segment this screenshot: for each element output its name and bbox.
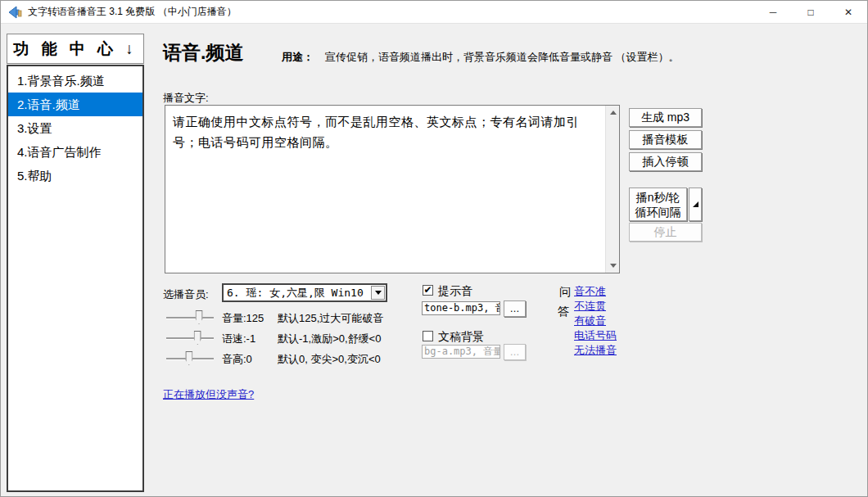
doc-bg-browse-button[interactable]: …	[504, 344, 526, 360]
insert-pause-button[interactable]: 插入停顿	[629, 152, 702, 171]
sidebar-item-voice-channel[interactable]: 2.语音.频道	[8, 93, 142, 116]
sidebar-item-voice-ad-making[interactable]: 4.语音广告制作	[8, 140, 142, 164]
tone-checkbox-label: 提示音	[438, 284, 472, 299]
maximize-button[interactable]: □	[792, 1, 830, 23]
volume-value-label: 音量:125	[222, 311, 264, 326]
pitch-slider[interactable]	[166, 358, 214, 359]
pitch-slider-thumb[interactable]	[185, 351, 192, 365]
volume-slider-thumb[interactable]	[196, 310, 203, 324]
question-label: 问	[559, 285, 571, 300]
sidebar-header-function-center[interactable]: 功 能 中 心 ↓	[7, 34, 144, 64]
speed-value-label: 语速:-1	[222, 332, 255, 346]
usage-note: 用途：宣传促销，语音频道播出时，背景音乐频道会降低音量或静音 （设置栏）。	[282, 50, 680, 65]
broadcast-text-editor: 请正确使用中文标点符号，而不是乱用空格、英文标点；专有名词请加引号；电话号码可用…	[165, 105, 620, 273]
stop-button[interactable]: 停止	[629, 223, 702, 242]
editor-scrollbar[interactable]	[605, 106, 619, 273]
doc-bg-file-input[interactable]: bg-a.mp3, 音量	[422, 345, 500, 359]
doc-bg-checkbox-label: 文稿背景	[438, 330, 484, 345]
volume-slider[interactable]	[166, 317, 214, 319]
voice-select-dropdown[interactable]: 6. 瑶: 女,六星,限 Win10	[222, 283, 387, 302]
scroll-down-icon[interactable]	[606, 259, 620, 273]
chevron-down-icon	[375, 291, 382, 295]
playing-but-no-sound-link[interactable]: 正在播放但没声音?	[163, 387, 254, 402]
sidebar-item-background-music-channel[interactable]: 1.背景音乐.频道	[8, 69, 142, 93]
pitch-value-label: 音高:0	[222, 352, 252, 367]
faq-link-phone-number[interactable]: 电话号码	[574, 328, 617, 343]
title-bar: 文字转语音播音王 3.1 免费版 （中小门店播音） ─ □ ✕	[1, 1, 867, 24]
play-loop-split-button: 播n秒/轮 循环间隔	[629, 188, 702, 221]
generate-mp3-button[interactable]: 生成 mp3	[629, 108, 702, 127]
sidebar-nav: 1.背景音乐.频道 2.语音.频道 3.设置 4.语音广告制作 5.帮助	[7, 65, 144, 492]
loop-dropdown-button[interactable]	[689, 188, 702, 221]
speed-hint: 默认-1,激励>0,舒缓<0	[278, 332, 381, 346]
loop-dropdown-arrow-icon	[693, 201, 698, 207]
tone-browse-button[interactable]: …	[504, 300, 526, 317]
voice-select-label: 选播音员:	[163, 287, 209, 302]
play-n-seconds-loop-button[interactable]: 播n秒/轮 循环间隔	[629, 188, 687, 221]
speed-slider[interactable]	[166, 337, 214, 339]
usage-text: 宣传促销，语音频道播出时，背景音乐频道会降低音量或静音 （设置栏）。	[325, 51, 680, 63]
broadcast-text-input[interactable]: 请正确使用中文标点符号，而不是乱用空格、英文标点；专有名词请加引号；电话号码可用…	[165, 106, 605, 273]
broadcast-text-label: 播音文字:	[163, 91, 209, 106]
voice-selected-value: 6. 瑶: 女,六星,限 Win10	[224, 286, 371, 300]
faq-link-cannot-play[interactable]: 无法播音	[574, 343, 617, 358]
pitch-hint: 默认0, 变尖>0,变沉<0	[278, 352, 381, 367]
answer-label: 答	[558, 305, 569, 319]
faq-link-not-fluent[interactable]: 不连贯	[574, 299, 606, 314]
window-title: 文字转语音播音王 3.1 免费版 （中小门店播音）	[28, 5, 237, 19]
close-button[interactable]: ✕	[830, 1, 867, 23]
sidebar-item-help[interactable]: 5.帮助	[8, 164, 142, 188]
voice-dropdown-button[interactable]	[371, 286, 385, 300]
page-title: 语音.频道	[163, 40, 243, 66]
doc-bg-checkbox[interactable]	[423, 331, 433, 341]
window-controls: ─ □ ✕	[754, 1, 867, 23]
usage-label: 用途：	[282, 51, 314, 63]
minimize-button[interactable]: ─	[754, 1, 792, 23]
broadcast-template-button[interactable]: 播音模板	[629, 130, 702, 149]
speed-slider-thumb[interactable]	[194, 331, 201, 345]
volume-hint: 默认125,过大可能破音	[278, 311, 383, 326]
tone-checkbox[interactable]	[423, 285, 433, 296]
scroll-up-icon[interactable]	[606, 106, 620, 120]
app-window: 文字转语音播音王 3.1 免费版 （中小门店播音） ─ □ ✕ 功 能 中 心 …	[0, 0, 868, 497]
app-logo-megaphone-icon	[8, 6, 22, 19]
sidebar-item-settings[interactable]: 3.设置	[8, 116, 142, 140]
tone-file-input[interactable]: tone-b.mp3, 音	[422, 301, 500, 315]
faq-link-broken-sound[interactable]: 有破音	[574, 314, 606, 328]
faq-link-inaccurate-sound[interactable]: 音不准	[574, 284, 606, 299]
